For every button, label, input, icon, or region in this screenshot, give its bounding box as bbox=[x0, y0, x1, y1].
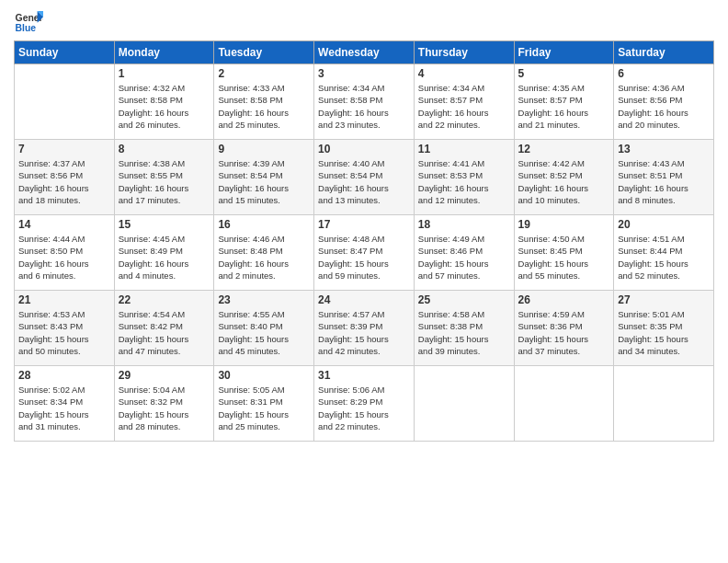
calendar-cell: 3Sunrise: 4:34 AM Sunset: 8:58 PM Daylig… bbox=[314, 64, 415, 140]
calendar-cell: 7Sunrise: 4:37 AM Sunset: 8:56 PM Daylig… bbox=[15, 140, 115, 215]
day-info: Sunrise: 4:37 AM Sunset: 8:56 PM Dayligh… bbox=[18, 157, 110, 206]
calendar-week-row: 1Sunrise: 4:32 AM Sunset: 8:58 PM Daylig… bbox=[15, 64, 714, 140]
day-info: Sunrise: 4:57 AM Sunset: 8:39 PM Dayligh… bbox=[318, 308, 410, 357]
calendar-cell: 25Sunrise: 4:58 AM Sunset: 8:38 PM Dayli… bbox=[414, 291, 514, 366]
weekday-header: Monday bbox=[114, 41, 214, 64]
calendar-cell bbox=[514, 366, 614, 442]
day-number: 13 bbox=[618, 143, 710, 155]
day-info: Sunrise: 4:41 AM Sunset: 8:53 PM Dayligh… bbox=[418, 157, 510, 206]
weekday-header: Friday bbox=[514, 41, 614, 64]
calendar-week-row: 21Sunrise: 4:53 AM Sunset: 8:43 PM Dayli… bbox=[15, 291, 714, 366]
page-container: General Blue SundayMondayTuesdayWednesda… bbox=[0, 0, 728, 451]
calendar-cell: 5Sunrise: 4:35 AM Sunset: 8:57 PM Daylig… bbox=[514, 64, 614, 140]
day-number: 2 bbox=[218, 67, 310, 80]
calendar-cell: 1Sunrise: 4:32 AM Sunset: 8:58 PM Daylig… bbox=[114, 64, 214, 140]
calendar-cell: 4Sunrise: 4:34 AM Sunset: 8:57 PM Daylig… bbox=[414, 64, 514, 140]
day-info: Sunrise: 4:35 AM Sunset: 8:57 PM Dayligh… bbox=[518, 82, 610, 131]
calendar-cell bbox=[15, 64, 115, 140]
calendar-cell: 26Sunrise: 4:59 AM Sunset: 8:36 PM Dayli… bbox=[514, 291, 614, 366]
day-info: Sunrise: 5:02 AM Sunset: 8:34 PM Dayligh… bbox=[18, 384, 110, 432]
calendar-cell: 21Sunrise: 4:53 AM Sunset: 8:43 PM Dayli… bbox=[15, 291, 115, 366]
calendar-cell: 9Sunrise: 4:39 AM Sunset: 8:54 PM Daylig… bbox=[214, 140, 314, 215]
day-info: Sunrise: 4:42 AM Sunset: 8:52 PM Dayligh… bbox=[518, 157, 610, 206]
calendar-cell: 12Sunrise: 4:42 AM Sunset: 8:52 PM Dayli… bbox=[514, 140, 614, 215]
calendar-cell: 30Sunrise: 5:05 AM Sunset: 8:31 PM Dayli… bbox=[214, 366, 314, 442]
day-info: Sunrise: 5:05 AM Sunset: 8:31 PM Dayligh… bbox=[218, 384, 310, 432]
calendar-week-row: 28Sunrise: 5:02 AM Sunset: 8:34 PM Dayli… bbox=[15, 366, 714, 442]
calendar-cell: 2Sunrise: 4:33 AM Sunset: 8:58 PM Daylig… bbox=[214, 64, 314, 140]
calendar-cell: 11Sunrise: 4:41 AM Sunset: 8:53 PM Dayli… bbox=[414, 140, 514, 215]
calendar-cell: 28Sunrise: 5:02 AM Sunset: 8:34 PM Dayli… bbox=[15, 366, 115, 442]
day-info: Sunrise: 4:32 AM Sunset: 8:58 PM Dayligh… bbox=[119, 82, 210, 131]
calendar-cell: 13Sunrise: 4:43 AM Sunset: 8:51 PM Dayli… bbox=[614, 140, 714, 215]
day-info: Sunrise: 4:38 AM Sunset: 8:55 PM Dayligh… bbox=[119, 157, 210, 206]
day-number: 15 bbox=[119, 218, 210, 231]
day-number: 26 bbox=[518, 293, 610, 306]
calendar-cell: 22Sunrise: 4:54 AM Sunset: 8:42 PM Dayli… bbox=[114, 291, 214, 366]
day-info: Sunrise: 4:51 AM Sunset: 8:44 PM Dayligh… bbox=[618, 233, 710, 282]
calendar-header: SundayMondayTuesdayWednesdayThursdayFrid… bbox=[15, 41, 714, 64]
day-info: Sunrise: 4:45 AM Sunset: 8:49 PM Dayligh… bbox=[119, 233, 210, 282]
calendar-cell: 24Sunrise: 4:57 AM Sunset: 8:39 PM Dayli… bbox=[314, 291, 415, 366]
day-number: 3 bbox=[318, 67, 410, 80]
day-number: 1 bbox=[119, 67, 210, 80]
calendar-cell: 19Sunrise: 4:50 AM Sunset: 8:45 PM Dayli… bbox=[514, 215, 614, 291]
day-number: 28 bbox=[18, 369, 110, 382]
day-info: Sunrise: 4:44 AM Sunset: 8:50 PM Dayligh… bbox=[18, 233, 110, 282]
day-info: Sunrise: 4:40 AM Sunset: 8:54 PM Dayligh… bbox=[318, 157, 410, 206]
day-number: 5 bbox=[518, 67, 610, 80]
weekday-header: Saturday bbox=[614, 41, 714, 64]
day-info: Sunrise: 4:58 AM Sunset: 8:38 PM Dayligh… bbox=[418, 308, 510, 357]
day-number: 29 bbox=[119, 369, 210, 382]
calendar-week-row: 7Sunrise: 4:37 AM Sunset: 8:56 PM Daylig… bbox=[15, 140, 714, 215]
day-number: 12 bbox=[518, 143, 610, 155]
weekday-header: Sunday bbox=[15, 41, 115, 64]
calendar-cell: 23Sunrise: 4:55 AM Sunset: 8:40 PM Dayli… bbox=[214, 291, 314, 366]
day-number: 25 bbox=[418, 293, 510, 306]
day-info: Sunrise: 4:33 AM Sunset: 8:58 PM Dayligh… bbox=[218, 82, 310, 131]
calendar-cell: 10Sunrise: 4:40 AM Sunset: 8:54 PM Dayli… bbox=[314, 140, 415, 215]
calendar-cell: 18Sunrise: 4:49 AM Sunset: 8:46 PM Dayli… bbox=[414, 215, 514, 291]
logo: General Blue bbox=[14, 9, 43, 35]
day-info: Sunrise: 4:36 AM Sunset: 8:56 PM Dayligh… bbox=[618, 82, 710, 131]
header: General Blue bbox=[14, 9, 714, 35]
day-number: 4 bbox=[418, 67, 510, 80]
calendar-cell: 29Sunrise: 5:04 AM Sunset: 8:32 PM Dayli… bbox=[114, 366, 214, 442]
calendar-cell: 15Sunrise: 4:45 AM Sunset: 8:49 PM Dayli… bbox=[114, 215, 214, 291]
calendar-cell: 17Sunrise: 4:48 AM Sunset: 8:47 PM Dayli… bbox=[314, 215, 415, 291]
day-info: Sunrise: 4:34 AM Sunset: 8:57 PM Dayligh… bbox=[418, 82, 510, 131]
day-info: Sunrise: 5:04 AM Sunset: 8:32 PM Dayligh… bbox=[119, 384, 210, 432]
day-info: Sunrise: 4:49 AM Sunset: 8:46 PM Dayligh… bbox=[418, 233, 510, 282]
day-info: Sunrise: 4:54 AM Sunset: 8:42 PM Dayligh… bbox=[119, 308, 210, 357]
day-number: 11 bbox=[418, 143, 510, 155]
day-number: 24 bbox=[318, 293, 410, 306]
calendar-table: SundayMondayTuesdayWednesdayThursdayFrid… bbox=[14, 40, 714, 442]
calendar-cell: 31Sunrise: 5:06 AM Sunset: 8:29 PM Dayli… bbox=[314, 366, 415, 442]
day-info: Sunrise: 4:39 AM Sunset: 8:54 PM Dayligh… bbox=[218, 157, 310, 206]
calendar-cell bbox=[614, 366, 714, 442]
day-number: 20 bbox=[618, 218, 710, 231]
day-info: Sunrise: 4:48 AM Sunset: 8:47 PM Dayligh… bbox=[318, 233, 410, 282]
calendar-cell: 16Sunrise: 4:46 AM Sunset: 8:48 PM Dayli… bbox=[214, 215, 314, 291]
weekday-header: Tuesday bbox=[214, 41, 314, 64]
day-number: 6 bbox=[618, 67, 710, 80]
calendar-week-row: 14Sunrise: 4:44 AM Sunset: 8:50 PM Dayli… bbox=[15, 215, 714, 291]
day-info: Sunrise: 4:53 AM Sunset: 8:43 PM Dayligh… bbox=[18, 308, 110, 357]
day-number: 16 bbox=[218, 218, 310, 231]
day-number: 14 bbox=[18, 218, 110, 231]
calendar-cell: 27Sunrise: 5:01 AM Sunset: 8:35 PM Dayli… bbox=[614, 291, 714, 366]
day-number: 18 bbox=[418, 218, 510, 231]
day-number: 7 bbox=[18, 143, 110, 155]
weekday-header: Thursday bbox=[414, 41, 514, 64]
day-info: Sunrise: 5:01 AM Sunset: 8:35 PM Dayligh… bbox=[618, 308, 710, 357]
calendar-cell: 14Sunrise: 4:44 AM Sunset: 8:50 PM Dayli… bbox=[15, 215, 115, 291]
day-number: 9 bbox=[218, 143, 310, 155]
calendar-cell: 8Sunrise: 4:38 AM Sunset: 8:55 PM Daylig… bbox=[114, 140, 214, 215]
day-info: Sunrise: 4:59 AM Sunset: 8:36 PM Dayligh… bbox=[518, 308, 610, 357]
day-number: 22 bbox=[119, 293, 210, 306]
day-number: 27 bbox=[618, 293, 710, 306]
day-number: 31 bbox=[318, 369, 410, 382]
logo-icon: General Blue bbox=[14, 9, 43, 35]
calendar-cell: 20Sunrise: 4:51 AM Sunset: 8:44 PM Dayli… bbox=[614, 215, 714, 291]
calendar-cell: 6Sunrise: 4:36 AM Sunset: 8:56 PM Daylig… bbox=[614, 64, 714, 140]
